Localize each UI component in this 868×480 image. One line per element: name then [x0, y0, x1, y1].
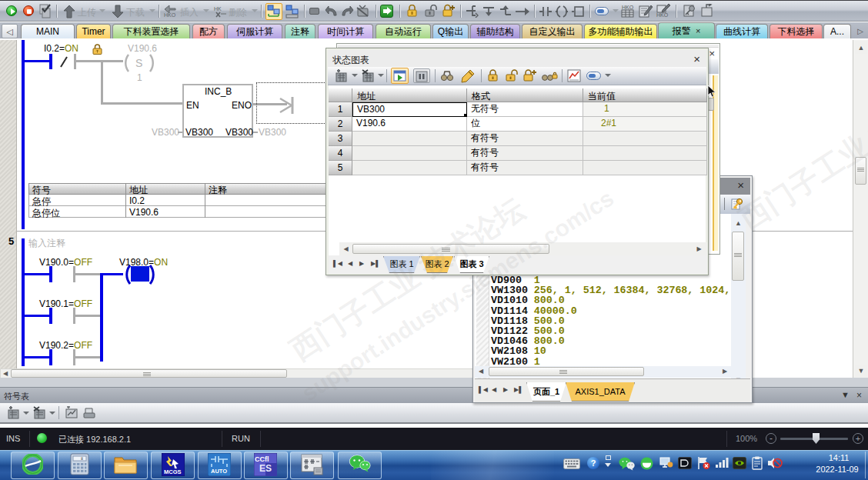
svg-text:AUTO: AUTO [211, 468, 227, 475]
svg-text:HKO: HKO [164, 12, 176, 18]
svg-text:HKO: HKO [622, 5, 634, 10]
svg-text:CCfl: CCfl [255, 455, 269, 463]
svg-text:HK: HK [214, 6, 222, 12]
svg-text:S: S [135, 57, 142, 69]
svg-text:HKO: HKO [656, 12, 669, 18]
svg-text:ES: ES [259, 463, 272, 474]
svg-text:8: 8 [81, 457, 83, 462]
svg-text:MCGS: MCGS [164, 468, 182, 475]
